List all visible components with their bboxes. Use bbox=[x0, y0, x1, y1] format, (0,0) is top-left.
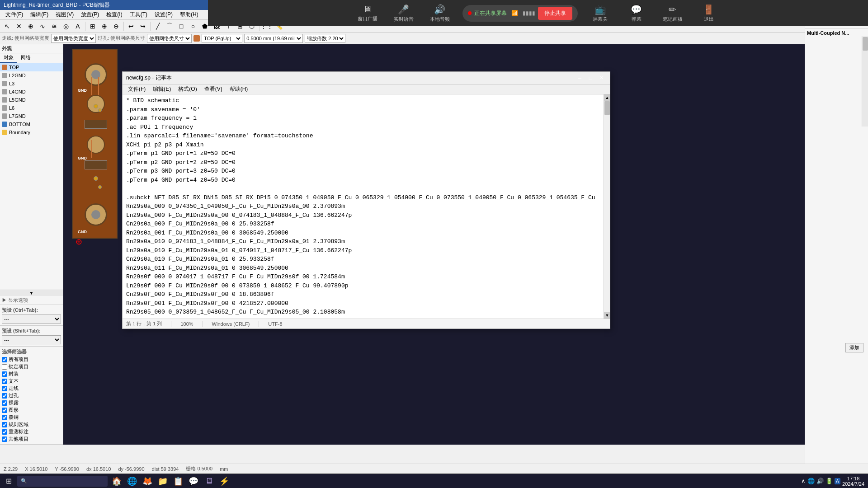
taskbar-app-8[interactable]: ⚡ bbox=[217, 475, 231, 488]
layer-item-top[interactable]: TOP bbox=[0, 63, 63, 71]
local-audio-btn[interactable]: 🔊 本地音频 bbox=[426, 4, 453, 23]
zoom-in[interactable]: ⊕ bbox=[99, 21, 110, 32]
screen-off-btn[interactable]: 📺 屏幕关 bbox=[587, 4, 614, 23]
menu-place[interactable]: 放置(P) bbox=[77, 10, 103, 19]
preset-ctrl-section: 预设 (Ctrl+Tab): --- bbox=[0, 305, 63, 326]
menu-inspect[interactable]: 检查(I) bbox=[103, 10, 126, 19]
cb-rule-area-input[interactable] bbox=[2, 422, 7, 427]
layer-item-l6[interactable]: L6 bbox=[0, 104, 63, 112]
exit-btn[interactable]: 🚪 退出 bbox=[695, 4, 722, 23]
taskbar-app-5[interactable]: 📋 bbox=[171, 475, 185, 488]
cb-via-input[interactable] bbox=[2, 393, 7, 399]
cb-footprint-input[interactable] bbox=[2, 371, 7, 377]
scroll-up-btn[interactable]: ▲ bbox=[604, 94, 610, 101]
layer-item-bottom[interactable]: BOTTOM bbox=[0, 120, 63, 128]
taskbar-app-7[interactable]: 🖥 bbox=[202, 475, 216, 488]
np-menu-file[interactable]: 文件(F) bbox=[124, 84, 149, 94]
add-rect[interactable]: □ bbox=[176, 21, 187, 32]
preset-ctrl-select[interactable]: --- bbox=[2, 314, 61, 324]
cancel-tool[interactable]: ✕ bbox=[14, 21, 24, 32]
cb-graphics-input[interactable] bbox=[2, 408, 7, 413]
menu-tools[interactable]: 工具(T) bbox=[126, 10, 151, 19]
add-circle[interactable]: ○ bbox=[188, 21, 198, 32]
tab-objects[interactable]: 对象 bbox=[0, 53, 17, 63]
menu-edit[interactable]: 编辑(E) bbox=[27, 10, 52, 19]
undo[interactable]: ↩ bbox=[126, 21, 137, 32]
object-net-tabs: 对象 网络 bbox=[0, 53, 63, 63]
np-menu-format[interactable]: 格式(O) bbox=[175, 84, 200, 94]
layer-item-l5gnd[interactable]: L5GND bbox=[0, 96, 63, 104]
taskbar-search[interactable]: 🔍 bbox=[17, 476, 108, 487]
cb-other-input[interactable] bbox=[2, 436, 7, 442]
taskbar-app-3[interactable]: 🦊 bbox=[140, 475, 155, 488]
right-scrollbar[interactable] bbox=[862, 36, 868, 127]
taskbar-app-1[interactable]: 🏠 bbox=[109, 475, 124, 488]
np-menu-edit[interactable]: 编辑(E) bbox=[149, 84, 175, 94]
taskbar-app-2[interactable]: 🌐 bbox=[125, 475, 139, 488]
notepad-maximize-button[interactable]: □ bbox=[585, 74, 595, 82]
cb-copper: 覆铜 bbox=[2, 414, 61, 421]
window-broadcast-btn[interactable]: 🖥 窗口广播 bbox=[354, 4, 381, 22]
layer-item-l2gnd[interactable]: L2GND bbox=[0, 71, 63, 80]
add-via[interactable]: ◎ bbox=[61, 21, 71, 32]
notepad-close-button[interactable]: ✕ bbox=[596, 74, 606, 82]
danmaku-btn[interactable]: 💬 弹幕 bbox=[623, 4, 650, 23]
gnd-label-3: GND bbox=[78, 230, 87, 234]
add-button[interactable]: 添加 bbox=[845, 343, 863, 352]
highlight-net[interactable]: ⊕ bbox=[25, 21, 36, 32]
np-menu-view[interactable]: 查看(V) bbox=[201, 84, 226, 94]
layer-item-l3[interactable]: L3 bbox=[0, 80, 63, 88]
tab-nets[interactable]: 网络 bbox=[17, 53, 34, 63]
layer-name-l7gnd: L7GND bbox=[9, 113, 61, 119]
status-x: X 16.5010 bbox=[25, 466, 47, 472]
notepad-scrollbar[interactable]: ▲ ▼ bbox=[604, 94, 610, 319]
notebook-btn[interactable]: ✏ 笔记画板 bbox=[659, 4, 686, 23]
layer-item-l4gnd[interactable]: L4GND bbox=[0, 88, 63, 96]
layer-name-l2gnd: L2GND bbox=[9, 73, 61, 78]
live-voice-btn[interactable]: 🎤 实时语音 bbox=[390, 4, 417, 23]
cb-dimension-input[interactable] bbox=[2, 429, 7, 435]
menu-settings[interactable]: 设置(P) bbox=[151, 10, 176, 19]
multi-coupled-section: Multi-Coupled N... bbox=[805, 28, 868, 38]
cb-copper-input[interactable] bbox=[2, 415, 7, 420]
select-tool[interactable]: ↖ bbox=[2, 21, 13, 32]
zoom-fit[interactable]: ⊞ bbox=[87, 21, 98, 32]
layer-scroll-down[interactable]: ▼ bbox=[0, 290, 63, 296]
redo[interactable]: ↪ bbox=[137, 21, 148, 32]
notepad-titlebar: newcfg.sp - 记事本 ─ □ ✕ bbox=[123, 72, 610, 84]
add-text[interactable]: A bbox=[72, 21, 83, 32]
right-side-panel: 信息 正在发言: 脑登 成员: 2857 Multi-Coupled N... … bbox=[805, 0, 868, 488]
layer-item-l7gnd[interactable]: L7GND bbox=[0, 112, 63, 120]
taskbar-app-4[interactable]: 📁 bbox=[156, 475, 170, 488]
menu-file[interactable]: 文件(F) bbox=[2, 10, 27, 19]
layer-select[interactable]: TOP (PgUp) bbox=[202, 34, 242, 43]
display-toggle-label[interactable]: ▶ 显示选项 bbox=[2, 297, 28, 303]
add-arc[interactable]: ⌒ bbox=[164, 21, 175, 32]
stop-share-button[interactable]: 停止共享 bbox=[538, 7, 572, 20]
menu-help[interactable]: 帮助(H) bbox=[176, 10, 202, 19]
layer-color-l7gnd bbox=[2, 113, 7, 119]
layer-item-boundary[interactable]: Boundary bbox=[0, 128, 63, 136]
diff-pair[interactable]: ≋ bbox=[49, 21, 60, 32]
preset-shift-select[interactable]: --- bbox=[2, 335, 61, 344]
cb-text-input[interactable] bbox=[2, 379, 7, 384]
zoom-out[interactable]: ⊖ bbox=[111, 21, 122, 32]
scroll-down-btn[interactable]: ▼ bbox=[604, 312, 610, 319]
statusbar: Z 2.29 X 16.5010 Y -56.9990 dx 16.5010 d… bbox=[0, 464, 868, 474]
wire-width-select[interactable]: 使用网络类宽度 bbox=[51, 34, 96, 43]
via-size-select[interactable]: 使用网络类尺寸 bbox=[147, 34, 192, 43]
np-menu-help[interactable]: 帮助(H) bbox=[226, 84, 252, 94]
route-track[interactable]: ∿ bbox=[37, 21, 48, 32]
menu-view[interactable]: 视图(V) bbox=[52, 10, 77, 19]
size-select[interactable]: 0.5000 mm (19.69 mils) bbox=[244, 34, 303, 43]
cb-bare-input[interactable] bbox=[2, 400, 7, 406]
zoom-select[interactable]: 缩放倍数 2.20 bbox=[305, 34, 345, 43]
start-button[interactable]: ⊞ bbox=[2, 475, 15, 488]
notepad-minimize-button[interactable]: ─ bbox=[575, 74, 585, 82]
notepad-text[interactable]: * BTD schematic .param savename = '0' .p… bbox=[123, 94, 604, 319]
cb-trace-input[interactable] bbox=[2, 386, 7, 391]
taskbar-app-6[interactable]: 💬 bbox=[186, 475, 201, 488]
cb-all-items-input[interactable] bbox=[2, 357, 7, 362]
add-line[interactable]: ╱ bbox=[152, 21, 163, 32]
cb-locked-input[interactable] bbox=[2, 364, 7, 370]
